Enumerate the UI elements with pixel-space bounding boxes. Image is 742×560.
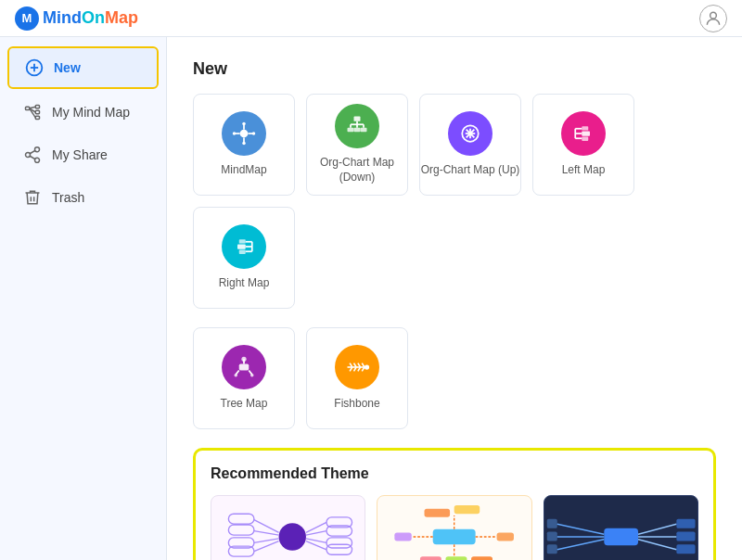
fishbone-label: Fishbone [334,397,379,412]
svg-rect-51 [239,239,246,243]
org-chart-down-label: Org-Chart Map(Down) [320,156,394,185]
svg-line-14 [30,156,35,159]
theme-card-3[interactable] [544,495,698,560]
svg-rect-52 [239,250,246,254]
map-grid-row2: Tree Map [193,327,716,429]
svg-line-73 [254,531,279,536]
fishbone-icon [335,345,379,389]
logo-text: MindOnMap [43,8,138,28]
logo-icon: M [15,6,39,31]
tree-map-icon [222,345,266,389]
svg-rect-103 [546,531,556,541]
map-card-org-chart-down[interactable]: Org-Chart Map(Down) [306,94,408,196]
svg-line-106 [638,524,676,534]
svg-point-16 [240,130,249,138]
svg-rect-32 [354,128,361,132]
my-share-icon [22,145,43,165]
svg-point-70 [279,523,306,550]
recommended-theme-section: Recommended Theme [193,448,716,560]
svg-line-110 [638,540,676,550]
svg-rect-107 [676,519,695,528]
svg-point-58 [235,374,238,377]
sidebar-item-trash[interactable]: Trash [7,178,159,217]
svg-line-100 [556,524,604,534]
map-card-right-map[interactable]: Right Map [193,207,295,309]
svg-rect-94 [471,556,493,560]
svg-rect-39 [582,132,590,136]
svg-point-69 [365,365,369,370]
svg-point-11 [35,147,40,152]
svg-rect-5 [35,106,39,108]
svg-rect-31 [348,128,354,132]
sidebar-item-my-mind-map[interactable]: My Mind Map [7,93,159,132]
recommended-title: Recommended Theme [211,465,698,482]
svg-rect-74 [228,525,254,535]
svg-rect-111 [676,544,695,554]
svg-rect-44 [582,126,588,130]
sidebar-item-my-share[interactable]: My Share [7,135,159,174]
svg-line-71 [254,520,279,533]
sidebar-item-new[interactable]: New [7,46,159,89]
mindmap-label: MindMap [221,163,266,178]
svg-rect-46 [237,245,246,249]
svg-point-24 [252,132,256,135]
svg-rect-92 [420,556,441,560]
map-grid: MindMap Org-C [193,94,716,309]
map-card-mindmap[interactable]: MindMap [193,94,295,196]
svg-rect-7 [35,116,39,119]
theme-grid [211,495,698,560]
svg-rect-45 [582,137,588,141]
right-map-label: Right Map [219,276,270,291]
svg-rect-93 [446,556,467,560]
org-chart-down-icon [335,104,379,148]
logo-mind: Mind [43,8,82,27]
map-card-tree-map[interactable]: Tree Map [193,327,295,429]
svg-rect-96 [395,532,412,541]
tree-map-label: Tree Map [221,397,268,412]
svg-line-15 [30,150,35,153]
svg-rect-87 [433,529,476,545]
main-content: New MindM [167,37,742,560]
map-card-org-chart-up[interactable]: Org-Chart Map (Up) [419,94,521,196]
sidebar: New My Mind Map [0,37,167,560]
sidebar-trash-label: Trash [52,190,84,205]
logo: M MindOnMap [15,6,138,31]
right-map-icon [222,224,266,269]
org-chart-up-label: Org-Chart Map (Up) [421,163,520,178]
mindmap-icon [222,111,266,156]
theme-card-2[interactable] [377,495,531,560]
svg-point-23 [233,132,237,135]
svg-rect-109 [676,531,695,541]
header: M MindOnMap [0,0,742,37]
svg-rect-101 [546,519,556,528]
svg-rect-98 [497,532,514,541]
logo-on: On [82,8,105,27]
svg-point-13 [35,158,40,162]
new-icon [24,57,45,78]
profile-icon[interactable] [699,5,727,32]
theme-card-1[interactable] [211,495,365,560]
svg-point-59 [250,374,254,377]
sidebar-my-mind-map-label: My Mind Map [52,105,130,120]
left-map-icon [561,111,606,156]
svg-rect-53 [239,364,249,371]
svg-rect-89 [425,509,451,517]
svg-rect-105 [546,544,556,554]
svg-point-21 [242,122,246,126]
svg-point-12 [26,153,31,158]
svg-rect-86 [326,544,352,554]
map-card-fishbone[interactable]: Fishbone [306,327,408,429]
app-layout: New My Mind Map [0,37,742,560]
svg-line-104 [556,540,604,550]
svg-rect-84 [326,538,352,548]
svg-rect-33 [361,128,367,132]
svg-point-55 [241,357,246,362]
org-chart-up-icon [448,111,493,156]
svg-rect-4 [26,107,30,109]
trash-icon [22,187,43,208]
map-card-left-map[interactable]: Left Map [532,94,634,196]
svg-rect-99 [604,528,638,545]
my-mind-map-icon [22,102,43,122]
sidebar-new-label: New [54,60,81,75]
svg-rect-25 [354,117,361,121]
